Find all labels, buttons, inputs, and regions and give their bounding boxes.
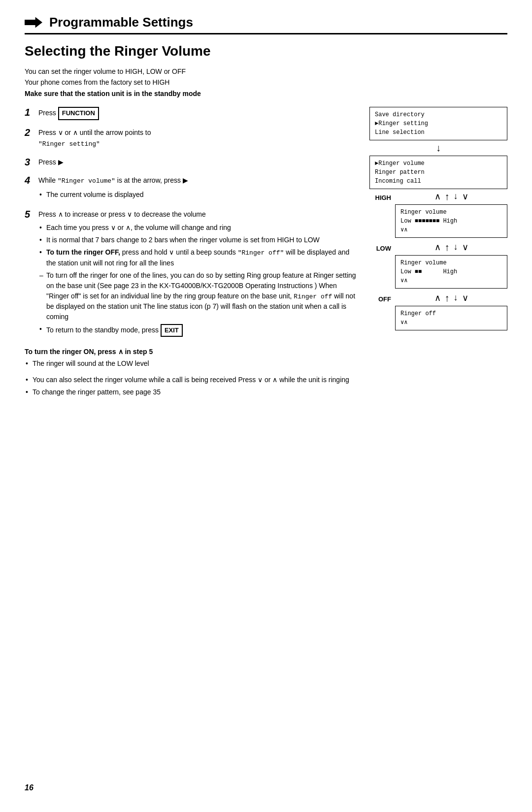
diagram-box-2-line2: Ringer pattern <box>375 168 502 177</box>
diagram-column: Save directory ►Ringer setting Line sele… <box>369 107 507 334</box>
diagram-box-3: Ringer volume Low ■■■■■■■ High ∨∧ <box>395 204 507 238</box>
low-arrow-symbols: ∧ ↑ ↓ ∨ <box>395 242 507 253</box>
off-arrows: ∧ ↑ ↓ ∨ <box>395 292 507 304</box>
diagram-box-3-line3: ∨∧ <box>400 226 502 234</box>
extra-notes-section: You can also select the ringer volume wh… <box>25 375 360 397</box>
step-2-code: "Ringer setting" <box>38 140 100 148</box>
diagram-box-3-line1: Ringer volume <box>400 208 502 217</box>
header-section: Programmable Settings <box>25 15 507 30</box>
on-note-bold: To turn the ringer ON, <box>25 348 96 356</box>
on-note-section: To turn the ringer ON, press ∧ in step 5… <box>25 348 360 369</box>
step-5-number: 5 <box>25 209 38 220</box>
diagram-box-1-line3: Line selection <box>375 128 502 137</box>
on-note-title: To turn the ringer ON, press ∧ in step 5 <box>25 348 360 356</box>
arrow-down-v2: ∨ <box>462 242 468 253</box>
step-1-number: 1 <box>25 107 38 118</box>
page-title: Selecting the Ringer Volume <box>25 43 507 59</box>
diagram-box-4-line2: Low ■■ High <box>400 267 502 276</box>
high-label: HIGH <box>369 192 391 201</box>
low-box-label <box>369 255 391 258</box>
extra-note-2: To change the ringer pattern, see page 3… <box>25 387 360 397</box>
step-4-content: While "Ringer volume" is at the arrow, p… <box>38 175 360 202</box>
arrow-down-4: ↓ <box>454 292 458 304</box>
step-2-number: 2 <box>25 127 38 138</box>
diagram-box-4-line3: ∨∧ <box>400 276 502 285</box>
high-box-label <box>369 204 391 207</box>
diagram-low-row: Ringer volume Low ■■ High ∨∧ <box>369 255 507 291</box>
low-arrow-section: LOW ∧ ↑ ↓ ∨ <box>369 242 507 253</box>
step-5-bullets: Each time you press ∨ or ∧, the volume w… <box>38 223 360 337</box>
steps-column: 1 Press FUNCTION 2 Press ∨ or ∧ until th… <box>25 107 360 399</box>
intro-text: You can set the ringer volume to HIGH, L… <box>25 66 507 99</box>
diagram-box-4: Ringer volume Low ■■ High ∨∧ <box>395 255 507 289</box>
arrow-bold-up-2: ↑ <box>445 242 450 253</box>
extra-bullets-list: You can also select the ringer volume wh… <box>25 375 360 397</box>
arrow-bold-up: ↑ <box>445 191 450 202</box>
off-arrow-symbols: ∧ ↑ ↓ ∨ <box>395 292 507 304</box>
exit-button-label: EXIT <box>161 324 183 337</box>
step-1: 1 Press FUNCTION <box>25 107 360 120</box>
header-title: Programmable Settings <box>49 15 193 30</box>
off-label: OFF <box>369 293 391 303</box>
diagram-box-1-line2: ►Ringer setting <box>375 119 502 128</box>
step-3-content: Press ▶ <box>38 157 360 167</box>
diagram-off-row: Ringer off ∨∧ <box>369 306 507 332</box>
diagram-high-row: Ringer volume Low ■■■■■■■ High ∨∧ <box>369 204 507 240</box>
step-4: 4 While "Ringer volume" is at the arrow,… <box>25 175 360 202</box>
step-2-text: Press ∨ or ∧ until the arrow points to <box>38 129 151 136</box>
step-1-content: Press FUNCTION <box>38 107 360 120</box>
diagram-arrow-1: ↓ <box>369 142 507 154</box>
diagram-box-2-line1: ►Ringer volume <box>375 159 502 168</box>
high-arrow-section: HIGH ∧ ↑ ↓ ∨ <box>369 191 507 202</box>
step-5: 5 Press ∧ to increase or press ∨ to decr… <box>25 209 360 339</box>
high-arrow-symbols: ∧ ↑ ↓ ∨ <box>395 191 507 202</box>
step-5-bullet-dash: To turn off the ringer for one of the li… <box>38 270 360 323</box>
arrow-up-2: ∧ <box>434 191 441 202</box>
off-box-label <box>369 306 391 309</box>
header-divider <box>25 33 507 34</box>
diagram-box-5-line1: Ringer off <box>400 309 502 318</box>
low-label: LOW <box>369 243 391 252</box>
arrow-down-v: ∨ <box>462 191 468 202</box>
step-4-number: 4 <box>25 175 38 186</box>
on-note-bullet-1: The ringer will sound at the LOW level <box>25 358 360 369</box>
diagram-box-2: ►Ringer volume Ringer pattern Incoming c… <box>369 156 507 189</box>
step-5-bullet-2: It is normal that 7 bars change to 2 bar… <box>38 235 360 245</box>
step-2: 2 Press ∨ or ∧ until the arrow points to… <box>25 127 360 150</box>
diagram-box-1: Save directory ►Ringer setting Line sele… <box>369 107 507 140</box>
step-4-bullet-1: The current volume is displayed <box>38 190 360 200</box>
diagram-box-2-line3: Incoming call <box>375 177 502 186</box>
diagram-box-1-line1: Save directory <box>375 110 502 119</box>
step-5-bullet-exit: To return to the standby mode, press EXI… <box>38 324 360 337</box>
step-5-bullet-3: To turn the ringer OFF, press and hold ∨… <box>38 247 360 268</box>
function-button-label: FUNCTION <box>58 107 99 120</box>
arrow-bold-up-3: ↑ <box>445 292 450 304</box>
diagram-box-5-line2: ∨∧ <box>400 318 502 327</box>
diagram-box-5: Ringer off ∨∧ <box>395 306 507 330</box>
step-3: 3 Press ▶ <box>25 157 360 168</box>
step-3-number: 3 <box>25 157 38 168</box>
arrow-up-3: ∧ <box>434 242 441 253</box>
off-arrow-section: OFF ∧ ↑ ↓ ∨ <box>369 292 507 304</box>
arrow-down-3: ↓ <box>454 242 458 253</box>
step-5-content: Press ∧ to increase or press ∨ to decrea… <box>38 209 360 339</box>
intro-line3: Make sure that the station unit is in th… <box>25 88 507 99</box>
arrow-down-v3: ∨ <box>462 292 468 304</box>
arrow-down-2: ↓ <box>454 191 458 202</box>
extra-note-1: You can also select the ringer volume wh… <box>25 375 360 385</box>
arrow-down-1: ↓ <box>436 142 441 154</box>
arrow-up-4: ∧ <box>434 292 441 304</box>
diagram-box-3-line2: Low ■■■■■■■ High <box>400 217 502 226</box>
step-2-content: Press ∨ or ∧ until the arrow points to "… <box>38 127 360 150</box>
page-number: 16 <box>25 783 33 792</box>
main-layout: 1 Press FUNCTION 2 Press ∨ or ∧ until th… <box>25 107 507 399</box>
header-arrow-icon <box>25 17 42 28</box>
high-arrows: ∧ ↑ ↓ ∨ <box>395 191 507 202</box>
on-note-bullets: The ringer will sound at the LOW level <box>25 358 360 369</box>
step-4-code: "Ringer volume" <box>58 177 115 185</box>
step-5-bullet-1: Each time you press ∨ or ∧, the volume w… <box>38 223 360 233</box>
diagram-box-4-line1: Ringer volume <box>400 259 502 267</box>
on-note-rest: press ∧ in step 5 <box>96 348 153 356</box>
intro-line1: You can set the ringer volume to HIGH, L… <box>25 66 507 77</box>
low-arrows: ∧ ↑ ↓ ∨ <box>395 242 507 253</box>
